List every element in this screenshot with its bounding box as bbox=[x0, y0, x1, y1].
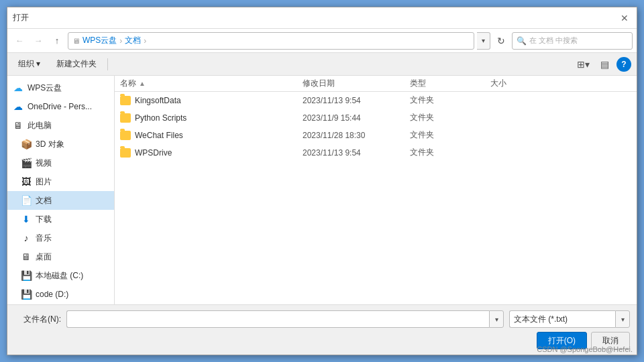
onedrive-icon: ☁ bbox=[13, 101, 23, 112]
address-bar: ← → ↑ 🖥 WPS云盘 › 文档 › ▾ ↻ 🔍 在 文档 中搜索 bbox=[7, 29, 637, 53]
toolbar-separator bbox=[107, 58, 108, 70]
view-details-button[interactable]: ▤ bbox=[595, 56, 614, 72]
watermark: CSDN @SpongeBob@Hefei. bbox=[537, 345, 633, 353]
file-type: 文件夹 bbox=[410, 147, 490, 158]
file-type: 文件夹 bbox=[410, 129, 490, 141]
sidebar-label-documents: 文档 bbox=[36, 195, 52, 206]
file-list-header: 名称 ▲ 修改日期 类型 大小 bbox=[115, 76, 637, 92]
sidebar-label-wps-cloud: WPS云盘 bbox=[28, 82, 62, 94]
sidebar-item-local-disk-c[interactable]: 💾 本地磁盘 (C:) bbox=[7, 266, 114, 285]
filename-dropdown-button[interactable]: ▾ bbox=[489, 310, 504, 328]
main-area: ☁ WPS云盘 ☁ OneDrive - Pers... 🖥 此电脑 📦 3D … bbox=[7, 76, 637, 304]
back-button[interactable]: ← bbox=[11, 33, 28, 49]
pictures-icon: 🖼 bbox=[21, 176, 32, 187]
filename-row: 文件名(N): ▾ 文本文件 (*.txt) ▾ bbox=[14, 310, 630, 328]
sidebar-label-desktop: 桌面 bbox=[36, 251, 52, 263]
sidebar-item-this-pc[interactable]: 🖥 此电脑 bbox=[7, 116, 114, 135]
sidebar-item-onedrive[interactable]: ☁ OneDrive - Pers... bbox=[7, 97, 114, 116]
sidebar-label-onedrive: OneDrive - Pers... bbox=[28, 102, 92, 111]
file-type: 文件夹 bbox=[410, 95, 490, 106]
file-name: Python Scripts bbox=[135, 113, 186, 123]
sidebar-label-downloads: 下载 bbox=[36, 214, 52, 225]
this-pc-icon: 🖥 bbox=[13, 120, 23, 131]
filetype-dropdown-button[interactable]: ▾ bbox=[615, 310, 630, 328]
search-box[interactable]: 🔍 在 文档 中搜索 bbox=[512, 32, 633, 50]
sidebar-label-pictures: 图片 bbox=[36, 176, 52, 188]
new-folder-button[interactable]: 新建文件夹 bbox=[51, 56, 102, 72]
file-list: KingsoftData 2023/11/13 9:54 文件夹 Python … bbox=[115, 92, 637, 304]
file-date: 2023/11/28 18:30 bbox=[303, 131, 410, 140]
folder-icon bbox=[120, 148, 131, 158]
sidebar-label-disk-c: 本地磁盘 (C:) bbox=[36, 270, 83, 282]
file-date: 2023/11/13 9:54 bbox=[303, 148, 410, 158]
toolbar-right: ⊞▾ ▤ ? bbox=[574, 56, 631, 72]
organize-button[interactable]: 组织 ▾ bbox=[13, 56, 46, 72]
col-header-name[interactable]: 名称 ▲ bbox=[115, 78, 303, 89]
address-dropdown-button[interactable]: ▾ bbox=[477, 32, 490, 50]
filetype-select-wrap: 文本文件 (*.txt) ▾ bbox=[509, 310, 630, 328]
file-row-python-scripts[interactable]: Python Scripts 2023/11/9 15:44 文件夹 bbox=[115, 109, 637, 127]
address-path[interactable]: 🖥 WPS云盘 › 文档 › bbox=[68, 32, 474, 50]
folder-icon bbox=[120, 131, 131, 140]
file-date: 2023/11/13 9:54 bbox=[303, 96, 410, 105]
sidebar-item-music[interactable]: ♪ 音乐 bbox=[7, 229, 114, 247]
close-button[interactable]: ✕ bbox=[618, 11, 631, 25]
file-name: WPSDrive bbox=[135, 148, 172, 158]
path-part-pc: WPS云盘 bbox=[83, 35, 117, 46]
path-part-docs: 文档 bbox=[125, 35, 141, 46]
sidebar-item-pictures[interactable]: 🖼 图片 bbox=[7, 172, 114, 191]
file-type: 文件夹 bbox=[410, 112, 490, 123]
sidebar-label-music: 音乐 bbox=[36, 233, 52, 244]
downloads-icon: ⬇ bbox=[21, 214, 32, 225]
title-bar: 打开 ✕ bbox=[7, 7, 637, 29]
filetype-display: 文本文件 (*.txt) bbox=[509, 310, 615, 328]
folder-icon bbox=[120, 96, 131, 105]
sidebar: ☁ WPS云盘 ☁ OneDrive - Pers... 🖥 此电脑 📦 3D … bbox=[7, 76, 115, 304]
help-button[interactable]: ? bbox=[616, 57, 631, 72]
sidebar-item-wps-cloud[interactable]: ☁ WPS云盘 bbox=[7, 78, 114, 97]
path-arrow1: › bbox=[119, 36, 122, 46]
filename-input-wrap: ▾ bbox=[66, 310, 504, 328]
open-file-dialog: 打开 ✕ ← → ↑ 🖥 WPS云盘 › 文档 › ▾ ↻ 🔍 在 文档 中搜索… bbox=[7, 7, 637, 355]
file-row-wechat[interactable]: WeChat Files 2023/11/28 18:30 文件夹 bbox=[115, 127, 637, 144]
file-date: 2023/11/9 15:44 bbox=[303, 113, 410, 123]
file-row-wpsdrive[interactable]: WPSDrive 2023/11/13 9:54 文件夹 bbox=[115, 144, 637, 162]
file-area: 名称 ▲ 修改日期 类型 大小 KingsoftData bbox=[115, 76, 637, 304]
documents-icon: 📄 bbox=[21, 195, 32, 206]
disk-d-icon: 💾 bbox=[21, 289, 32, 300]
sidebar-item-video[interactable]: 🎬 视频 bbox=[7, 154, 114, 172]
filename-input[interactable] bbox=[66, 310, 489, 328]
sort-arrow: ▲ bbox=[139, 80, 146, 87]
sidebar-item-downloads[interactable]: ⬇ 下载 bbox=[7, 210, 114, 229]
video-icon: 🎬 bbox=[21, 158, 32, 168]
file-row-kingsoftdata[interactable]: KingsoftData 2023/11/13 9:54 文件夹 bbox=[115, 92, 637, 109]
music-icon: ♪ bbox=[21, 233, 32, 243]
view-list-button[interactable]: ⊞▾ bbox=[574, 56, 592, 72]
search-icon: 🔍 bbox=[517, 36, 527, 46]
col-header-size[interactable]: 大小 bbox=[490, 78, 557, 89]
wps-cloud-icon: ☁ bbox=[13, 82, 23, 93]
sidebar-item-desktop[interactable]: 🖥 桌面 bbox=[7, 247, 114, 266]
pc-icon: 🖥 bbox=[72, 37, 80, 45]
dialog-title: 打开 bbox=[13, 12, 29, 23]
folder-icon bbox=[120, 113, 131, 123]
toolbar: 组织 ▾ 新建文件夹 ⊞▾ ▤ ? bbox=[7, 53, 637, 76]
file-name: WeChat Files bbox=[135, 131, 183, 140]
desktop-icon: 🖥 bbox=[21, 251, 32, 262]
sidebar-item-3d[interactable]: 📦 3D 对象 bbox=[7, 135, 114, 154]
disk-c-icon: 💾 bbox=[21, 270, 32, 281]
sidebar-item-documents[interactable]: 📄 文档 bbox=[7, 191, 114, 210]
3d-icon: 📦 bbox=[21, 139, 32, 149]
path-arrow2: › bbox=[144, 36, 146, 46]
up-button[interactable]: ↑ bbox=[49, 33, 65, 49]
sidebar-label-disk-d: code (D:) bbox=[36, 290, 68, 299]
sidebar-label-this-pc: 此电脑 bbox=[28, 120, 52, 131]
refresh-button[interactable]: ↻ bbox=[493, 33, 509, 49]
col-header-date[interactable]: 修改日期 bbox=[303, 78, 410, 89]
forward-button[interactable]: → bbox=[30, 33, 46, 49]
col-header-type[interactable]: 类型 bbox=[410, 78, 490, 89]
sidebar-label-3d: 3D 对象 bbox=[36, 139, 64, 150]
sidebar-item-code-d[interactable]: 💾 code (D:) bbox=[7, 285, 114, 304]
search-placeholder: 在 文档 中搜索 bbox=[529, 36, 578, 46]
filename-label: 文件名(N): bbox=[14, 314, 61, 325]
